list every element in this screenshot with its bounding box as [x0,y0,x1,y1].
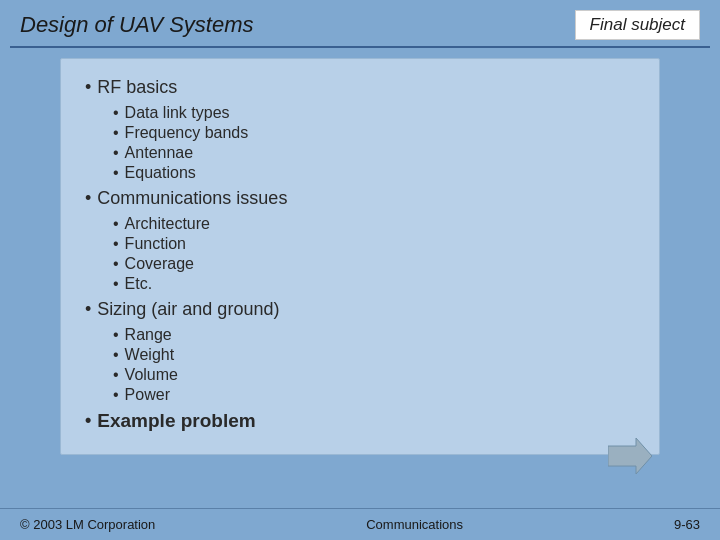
list-item: • Data link types [113,104,635,122]
header-divider [10,46,710,48]
page-title: Design of UAV Systems [20,12,254,38]
badge-label: Final subject [575,10,700,40]
list-item: • Frequency bands [113,124,635,142]
footer-page: 9-63 [674,517,700,532]
section-example: Example problem [97,410,255,432]
section-rf-basics: RF basics [97,77,177,98]
list-item-example: • Example problem [85,410,635,432]
section-sizing: Sizing (air and ground) [97,299,279,320]
list-item: • Power [113,386,635,404]
list-item: • Function [113,235,635,253]
list-item: • RF basics [85,77,635,98]
list-item: • Communications issues [85,188,635,209]
header: Design of UAV Systems Final subject [0,0,720,46]
list-item: • Weight [113,346,635,364]
content-card: • RF basics • Data link types • Frequenc… [60,58,660,455]
footer-copyright: © 2003 LM Corporation [20,517,155,532]
list-item: • Range [113,326,635,344]
list-item: • Sizing (air and ground) [85,299,635,320]
section-comms: Communications issues [97,188,287,209]
list-item: • Antennae [113,144,635,162]
footer: © 2003 LM Corporation Communications 9-6… [0,508,720,540]
list-item: • Equations [113,164,635,182]
list-item: • Architecture [113,215,635,233]
arrow-icon [608,438,652,478]
list-item: • Coverage [113,255,635,273]
footer-section: Communications [366,517,463,532]
list-item: • Volume [113,366,635,384]
svg-marker-0 [608,438,652,474]
list-item: • Etc. [113,275,635,293]
